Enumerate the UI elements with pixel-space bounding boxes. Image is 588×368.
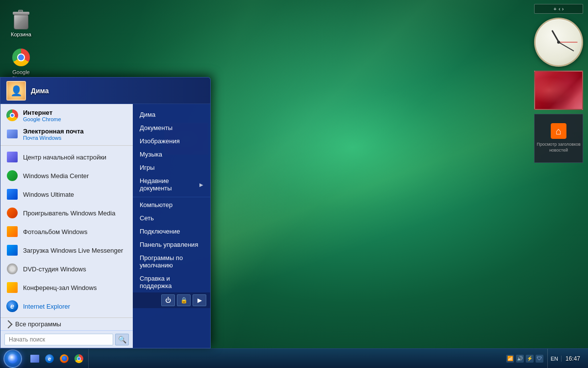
tray-volume-icon[interactable]: 🔊 [516,355,524,363]
right-music-label: Музыка [140,151,162,158]
dvd-label: DVD-студия Windows [23,265,86,273]
wu-icon [5,187,19,201]
right-games-label: Игры [140,164,155,171]
wmc-icon [5,169,19,183]
right-control-label: Панель управления [140,241,198,248]
internet-title: Интернет [23,109,61,116]
rss-icon: ⌂ [551,123,566,139]
lock-button[interactable]: 🔒 [177,294,191,306]
taskbar-show-desktop[interactable] [29,353,41,365]
mail-menu-icon [5,127,19,141]
right-user-label: Дима [140,111,155,118]
clock-widget [534,18,583,67]
nav-arrows: ‹ › [559,6,564,12]
add-widget-button[interactable]: + ‹ › [534,4,583,14]
trash-icon[interactable]: Корзина [4,8,38,40]
search-button[interactable]: 🔍 [115,334,129,345]
wmp-label: Проигрыватель Windows Media [23,210,115,217]
right-computer[interactable]: Компьютер [133,197,210,211]
live-label: Загрузка Windows Live Messenger [23,247,123,254]
email-subtitle: Почта Windows [23,135,84,141]
dvd-icon [5,262,19,276]
desktop: Корзина GoogleChrome MozillaFirefox [0,0,588,368]
right-music[interactable]: Музыка [133,148,210,161]
start-menu-header: 👤 Дима [0,78,210,104]
wmp-icon [5,206,19,220]
search-input[interactable] [4,334,113,345]
menu-item-dvd[interactable]: DVD-студия Windows [0,260,133,278]
taskbar: e 📶 🔊 ⚡ 🛡 E [0,348,588,368]
photos-icon [5,225,19,238]
menu-item-setup[interactable]: Центр начальной настройки [0,148,133,166]
tray-security-icon[interactable]: 🛡 [536,355,543,363]
rss-label: Просмотр заголовков новостей [535,142,583,153]
right-user[interactable]: Дима [133,108,210,121]
tray-network-icon[interactable]: 📶 [506,355,514,363]
systray: 📶 🔊 ⚡ 🛡 EN 16:47 [498,349,588,368]
right-network[interactable]: Сеть [133,211,210,225]
menu-item-live[interactable]: Загрузка Windows Live Messenger [0,241,133,260]
start-menu: 👤 Дима Интернет Googl [0,77,211,348]
right-help-label: Справка и поддержка [140,275,203,289]
start-orb [3,349,22,368]
right-control[interactable]: Панель управления [133,238,210,251]
right-defaults[interactable]: Программы по умолчанию [133,251,210,272]
start-button[interactable] [0,349,25,368]
trash-icon-image [11,10,31,29]
tray-icons: 📶 🔊 ⚡ 🛡 [502,349,548,368]
right-recent[interactable]: Недавние документы ▶ [133,174,210,195]
all-programs-item[interactable]: Все программы [0,317,133,330]
menu-item-wmc[interactable]: Windows Media Center [0,166,133,185]
menu-item-wu[interactable]: Windows Ultimate [0,185,133,204]
sidebar-widgets: + ‹ › ⌂ Просмотр заголовков новостей [529,0,588,167]
photo-widget[interactable] [534,71,583,110]
right-connect[interactable]: Подключение [133,225,210,238]
email-title: Электронная почта [23,128,84,135]
right-images[interactable]: Изображения [133,134,210,148]
menu-item-internet[interactable]: Интернет Google Chrome [0,106,133,125]
clock-face [534,18,583,67]
trash-label: Корзина [11,31,31,38]
right-documents[interactable]: Документы [133,121,210,134]
search-bar: 🔍 [0,330,133,348]
right-help[interactable]: Справка и поддержка [133,272,210,292]
right-recent-arrow: ▶ [199,182,203,187]
user-avatar: 👤 [6,81,26,101]
start-menu-left: Интернет Google Chrome Электронная почта… [0,104,133,348]
taskbar-chrome-icon[interactable] [73,353,85,365]
add-icon: + [554,6,557,12]
right-computer-label: Компьютер [140,201,172,209]
menu-item-email[interactable]: Электронная почта Почта Windows [0,125,133,143]
setup-label: Центр начальной настройки [23,154,106,161]
taskbar-firefox-icon[interactable] [58,353,70,365]
right-network-label: Сеть [140,214,154,222]
right-images-label: Изображения [140,137,180,145]
tray-battery-icon[interactable]: ⚡ [526,355,534,363]
user-name: Дима [31,87,49,95]
chrome-menu-icon [5,108,19,122]
internet-subtitle: Google Chrome [23,116,61,122]
right-recent-label: Недавние документы [140,177,199,192]
shutdown-button[interactable]: ⏻ [161,294,175,306]
taskbar-clock: 16:47 [562,355,584,362]
rss-widget[interactable]: ⌂ Просмотр заголовков новостей [534,114,583,163]
power-row: ⏻ 🔒 ▶ [133,292,210,308]
setup-icon [5,150,19,164]
menu-item-photos[interactable]: Фотоальбом Windows [0,222,133,241]
menu-item-conf[interactable]: Конференц-зал Windows [0,278,133,297]
chrome-icon-image [11,48,31,67]
photo-image [535,72,582,109]
taskbar-time: 16:47 [565,355,580,362]
arrow-button[interactable]: ▶ [193,294,206,306]
clock-center-dot [557,41,560,44]
email-text: Электронная почта Почта Windows [23,128,84,141]
menu-item-wmp[interactable]: Проигрыватель Windows Media [0,204,133,222]
start-menu-right: Дима Документы Изображения Музыка Игры Н… [133,104,210,348]
internet-text: Интернет Google Chrome [23,109,61,122]
taskbar-ie-icon[interactable]: e [44,353,55,365]
clock-second-hand [559,42,577,43]
start-menu-body: Интернет Google Chrome Электронная почта… [0,104,210,348]
right-games[interactable]: Игры [133,161,210,174]
menu-item-ie[interactable]: e Internet Explorer [0,297,133,315]
quicklaunch: e [25,349,89,368]
